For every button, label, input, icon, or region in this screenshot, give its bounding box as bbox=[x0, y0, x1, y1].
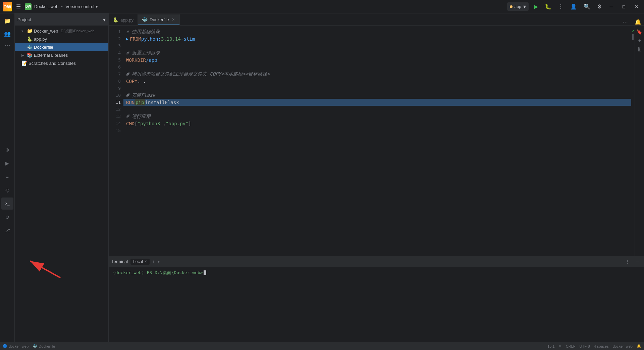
code-line-7: # 拷贝当前项目文件到工作目录文件夹 COPY<本地路径><目标路径> bbox=[123, 71, 631, 78]
project-tree: ▾ 📁 Docker_web D:\桌面\Docker_web 🐍 app.py… bbox=[15, 26, 108, 350]
code-cmd-kw: CMD bbox=[126, 121, 135, 126]
code-pip-kw: pip bbox=[135, 99, 145, 105]
run-config-chevron-icon: ▾ bbox=[523, 3, 526, 10]
code-image-variant: -slim bbox=[181, 36, 195, 42]
ai-icon[interactable]: ✦ bbox=[636, 37, 643, 44]
tree-item-app-py[interactable]: 🐍 app.py bbox=[15, 35, 108, 43]
sidebar-structure-icon[interactable]: 👥 bbox=[1, 28, 13, 40]
close-button[interactable]: ✕ bbox=[632, 3, 641, 11]
status-encoding[interactable]: UTF-8 bbox=[579, 344, 590, 348]
bottom-left-tool-panel: ⊕ ▶ ≡ ◎ >_ ⊘ ⎇ bbox=[0, 141, 15, 239]
terminal-content[interactable]: (docker_web) PS D:\桌面\Docker_web> bbox=[109, 267, 644, 350]
tab-close-button[interactable]: ✕ bbox=[171, 17, 175, 23]
tree-item-external-libs[interactable]: ▶ 📚 External Libraries bbox=[15, 51, 108, 59]
tab-bar: 🐍 app.py 🐳 Dockerfile ✕ ⋯ 🔔 bbox=[109, 13, 644, 26]
code-line-3 bbox=[123, 42, 631, 49]
no-errors-icon: ✓ bbox=[632, 28, 634, 34]
tree-item-dockerfile[interactable]: 🐳 Dockerfile bbox=[15, 43, 108, 51]
tab-docker-icon: 🐳 bbox=[142, 17, 148, 22]
status-docker-icon: 🐳 bbox=[33, 344, 37, 348]
terminal-local-tab[interactable]: Local ✕ bbox=[130, 259, 150, 265]
project-panel-chevron-icon: ▾ bbox=[103, 16, 106, 23]
line-num-12: 12 bbox=[109, 106, 123, 113]
title-bar: DW ☰ DW Docker_web ▾ Version control ▾ a… bbox=[0, 0, 644, 13]
line-num-7: 7 bbox=[109, 71, 123, 78]
version-control-button[interactable]: Version control ▾ bbox=[65, 4, 98, 9]
terminal-tool-button[interactable]: >_ bbox=[1, 198, 13, 210]
sidebar-project-icon[interactable]: 📁 bbox=[1, 15, 13, 27]
tree-label-dockerfile: Dockerfile bbox=[34, 45, 53, 50]
status-indent[interactable]: 4 spaces bbox=[594, 344, 609, 348]
tab-app-py[interactable]: 🐍 app.py bbox=[109, 14, 138, 25]
status-project-label[interactable]: docker_web bbox=[613, 344, 633, 348]
status-cursor-position[interactable]: 15:1 bbox=[547, 344, 554, 348]
terminal-tab-close-button[interactable]: ✕ bbox=[144, 260, 147, 263]
line-num-11: 11 bbox=[109, 99, 123, 106]
tree-root-path: D:\桌面\Docker_web bbox=[61, 29, 94, 34]
code-content[interactable]: # 使用基础镜像 ▶ FROM python: 3.10.14 -slim bbox=[123, 26, 631, 256]
title-bar-right: app ▾ ▶ 🐛 ⋮ 👤 🔍 ⚙ ─ □ ✕ bbox=[507, 2, 641, 11]
status-pencil-icon: ✏ bbox=[559, 344, 562, 348]
code-comment-10: # 安装Flask bbox=[126, 92, 155, 98]
library-icon: 📚 bbox=[27, 52, 33, 58]
tab-dockerfile[interactable]: 🐳 Dockerfile ✕ bbox=[138, 14, 180, 25]
run-gutter-icon[interactable]: ▶ bbox=[126, 37, 128, 41]
settings-button[interactable]: ⚙ bbox=[596, 2, 603, 11]
maximize-button[interactable]: □ bbox=[620, 3, 628, 11]
services-tool-button[interactable]: ◎ bbox=[1, 184, 13, 196]
center-layout: 🐍 app.py 🐳 Dockerfile ✕ ⋯ 🔔 1 2 3 4 bbox=[109, 13, 644, 350]
problems-tool-button[interactable]: ⊘ bbox=[1, 211, 13, 223]
tab-more-button[interactable]: ⋯ bbox=[620, 19, 631, 25]
project-badge: DW bbox=[25, 3, 32, 10]
search-button[interactable]: 🔍 bbox=[582, 2, 592, 11]
plugin-tool-button[interactable]: ⊕ bbox=[1, 144, 13, 156]
code-bracket-open: [ bbox=[135, 121, 137, 126]
code-line-8: COPY . . bbox=[123, 78, 631, 85]
code-copy-kw: COPY bbox=[126, 79, 138, 84]
line-num-6: 6 bbox=[109, 63, 123, 71]
line-num-14: 14 bbox=[109, 120, 123, 127]
terminal-more-button[interactable]: ⋮ bbox=[624, 258, 631, 265]
line-num-4: 4 bbox=[109, 49, 123, 56]
code-line-2: ▶ FROM python: 3.10.14 -slim bbox=[123, 35, 631, 42]
code-editor[interactable]: 1 2 3 4 5 6 7 8 9 10 11 12 13 14 15 bbox=[109, 26, 635, 256]
notification-bell-button[interactable]: 🔔 bbox=[632, 19, 644, 25]
layers-tool-button[interactable]: ≡ bbox=[1, 171, 13, 183]
hamburger-menu-button[interactable]: ☰ bbox=[15, 2, 22, 11]
terminal-minimize-button[interactable]: ─ bbox=[634, 258, 641, 265]
code-bracket-close: ] bbox=[188, 121, 191, 126]
database-icon[interactable]: 🗄 bbox=[636, 46, 643, 53]
terminal-dropdown-button[interactable]: ▾ bbox=[158, 259, 160, 264]
line-num-5: 5 bbox=[109, 56, 123, 63]
code-workdir-path: /app bbox=[146, 57, 157, 63]
code-image-name: python: bbox=[141, 36, 161, 42]
line-num-13: 13 bbox=[109, 113, 123, 120]
editor-scrollbar[interactable]: ✓ bbox=[631, 26, 635, 256]
project-name: Docker_web bbox=[34, 4, 58, 9]
git-tool-button[interactable]: ⎇ bbox=[1, 224, 13, 236]
code-comma: , bbox=[163, 121, 166, 126]
status-line-ending[interactable]: CRLF bbox=[566, 344, 576, 348]
bookmark-icon[interactable]: 🔖 bbox=[636, 28, 643, 36]
more-actions-button[interactable]: ⋮ bbox=[557, 2, 565, 11]
code-workdir-kw: WORKDIR bbox=[126, 57, 146, 63]
terminal-header-right: ⋮ ─ bbox=[624, 258, 641, 265]
right-tool-icons: 🔖 ✦ 🗄 bbox=[635, 26, 644, 256]
line-num-1: 1 bbox=[109, 28, 123, 35]
line-num-9: 9 bbox=[109, 85, 123, 92]
debug-button[interactable]: 🐛 bbox=[543, 2, 553, 11]
minimize-button[interactable]: ─ bbox=[607, 3, 616, 11]
main-layout: 📁 👥 ⋯ Project ▾ ▾ 📁 Docker_web D:\桌面\Doc… bbox=[0, 13, 644, 350]
run-button[interactable]: ▶ bbox=[533, 2, 539, 11]
code-comment-7: # 拷贝当前项目文件到工作目录文件夹 COPY<本地路径><目标路径> bbox=[126, 71, 270, 77]
terminal-add-button[interactable]: + bbox=[152, 259, 155, 264]
app-logo: DW bbox=[3, 2, 12, 11]
tree-item-root[interactable]: ▾ 📁 Docker_web D:\桌面\Docker_web bbox=[15, 27, 108, 35]
tree-root-label: Docker_web bbox=[34, 29, 58, 34]
run-config-selector[interactable]: app ▾ bbox=[507, 2, 529, 11]
tree-item-scratches[interactable]: 📝 Scratches and Consoles bbox=[15, 59, 108, 67]
tree-arrow-ext-icon: ▶ bbox=[21, 53, 25, 57]
docker-file-icon: 🐳 bbox=[27, 44, 33, 50]
run-tool-button[interactable]: ▶ bbox=[1, 157, 13, 169]
find-user-button[interactable]: 👤 bbox=[569, 2, 578, 11]
